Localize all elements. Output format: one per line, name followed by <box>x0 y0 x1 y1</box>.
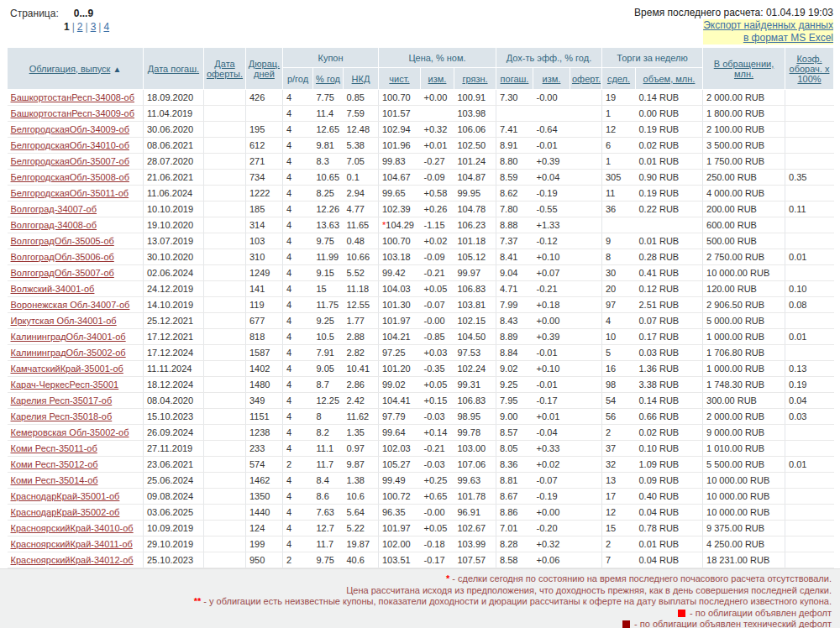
column-header-coupon-rate[interactable]: % год <box>313 68 344 90</box>
column-header-deals-label[interactable]: сдел. <box>607 74 630 84</box>
bond-name-link[interactable]: Иркутская Обл-34001-об <box>11 316 117 326</box>
bond-name-link[interactable]: КалининградОбл-35002-об <box>11 348 126 358</box>
bond-name-link[interactable]: БашкортостанРесп-34008-об <box>11 92 135 102</box>
bond-name-link[interactable]: БелгородскаяОбл-35011-об <box>11 188 129 198</box>
column-header-outstanding[interactable]: В обращении, млн. <box>703 48 785 90</box>
price-clean-cell: 99.49 <box>379 473 421 489</box>
coupon-frequency-cell: 4 <box>283 313 313 329</box>
turnover-cell: 0.01 <box>785 457 834 473</box>
bond-name-link[interactable]: БелгородскаяОбл-34010-об <box>11 140 129 150</box>
bond-name-link[interactable]: Коми Респ-35012-об <box>11 459 98 469</box>
coupon-rate-cell: 8.4 <box>313 473 344 489</box>
column-header-coupon-rate-label[interactable]: % год <box>316 74 340 84</box>
bond-name-link[interactable]: Волжский-34001-об <box>11 284 95 294</box>
pagination-page-link-2[interactable]: 2 <box>77 21 83 33</box>
column-header-volume[interactable]: объем, млн. <box>636 68 703 90</box>
offer-date-cell <box>204 441 246 457</box>
price-change-cell <box>421 106 454 122</box>
pagination-separator: | <box>86 21 88 33</box>
offer-date-cell <box>204 505 246 521</box>
export-excel-link[interactable]: Экспорт найденных данныхв формат MS Exce… <box>703 19 833 44</box>
column-header-maturity-date[interactable]: Дата погаш. <box>144 48 204 90</box>
bond-name-link[interactable]: Карелия Респ-35018-об <box>11 411 113 421</box>
coupon-rate-cell: 8.7 <box>313 377 344 393</box>
bond-name-link[interactable]: ВолгоградОбл-35005-об <box>11 236 114 246</box>
column-header-price-clean[interactable]: чист. <box>379 68 421 90</box>
bond-name-link[interactable]: Кемеровская Обл-35002-об <box>11 427 129 437</box>
column-header-deals[interactable]: сдел. <box>602 68 636 90</box>
price-change-cell: +0.00 <box>421 90 454 106</box>
maturity-date-cell: 25.10.2023 <box>144 552 204 568</box>
price-change-cell: -0.17 <box>421 552 454 568</box>
bond-name-link[interactable]: КалининградОбл-34001-об <box>11 332 126 342</box>
deals-cell: 32 <box>602 457 636 473</box>
bond-link: ВолгоградОбл-35005-об <box>8 233 144 249</box>
bond-name-link[interactable]: ВолгоградОбл-35006-об <box>11 252 114 262</box>
table-row: БашкортостанРесп-34008-об18.09.202042647… <box>8 90 834 106</box>
column-header-price-change[interactable]: изм. <box>421 68 454 90</box>
column-header-nkd-label[interactable]: НКД <box>352 74 370 84</box>
volume-cell: 0.22 RUB <box>636 201 703 217</box>
yield-maturity-cell: 8.81 <box>496 473 533 489</box>
coupon-rate-cell: 10.5 <box>313 329 344 345</box>
bond-name-link[interactable]: Волгоград-34008-об <box>11 220 97 230</box>
column-group-coupon-label: Купон <box>318 53 343 63</box>
bond-name-link[interactable]: БашкортостанРесп-34009-об <box>11 108 135 118</box>
column-header-maturity-label[interactable]: Дата погаш. <box>148 64 199 74</box>
column-header-offer-date[interactable]: Дата оферты. <box>204 48 246 90</box>
bond-name-link[interactable]: Коми Респ-35014-об <box>11 475 98 485</box>
bond-name-link[interactable]: БелгородскаяОбл-34009-об <box>11 124 129 134</box>
bond-name-link[interactable]: КрасноярскийКрай-34012-об <box>11 555 134 565</box>
bond-name-link[interactable]: Воронежская Обл-34007-об <box>11 300 130 310</box>
column-header-price-dirty-label[interactable]: грязн. <box>462 74 487 84</box>
offer-date-cell <box>204 409 246 425</box>
price-clean-cell: 102.39 <box>379 201 421 217</box>
price-dirty-cell: 100.91 <box>454 90 496 106</box>
turnover-cell <box>785 90 834 106</box>
column-header-volume-label[interactable]: объем, млн. <box>643 74 696 84</box>
duration-cell: 141 <box>246 281 283 297</box>
price-clean-cell: 101.97 <box>379 521 421 536</box>
bond-name-link[interactable]: БелгородскаяОбл-35007-об <box>11 156 129 166</box>
column-header-price-change-label[interactable]: изм. <box>428 74 447 84</box>
column-header-price-clean-label[interactable]: чист. <box>389 74 409 84</box>
coupon-frequency-cell: 4 <box>283 505 313 521</box>
bond-link: БашкортостанРесп-34008-об <box>8 90 144 106</box>
bond-name-link[interactable]: Волгоград-34007-об <box>11 204 97 214</box>
bond-name-link[interactable]: КрасноярскийКрай-34010-об <box>11 523 134 533</box>
column-header-bond-label[interactable]: Облигация, выпуск <box>29 64 111 74</box>
column-header-duration-label[interactable]: Дюрац. дней <box>249 59 280 79</box>
column-header-coupon-frequency-label: р/год <box>287 74 308 84</box>
bond-name-link[interactable]: Карач-ЧеркесРесп-35001 <box>11 379 119 390</box>
bond-name-link[interactable]: КамчатскийКрай-35001-об <box>11 364 123 374</box>
column-header-duration[interactable]: Дюрац. дней <box>246 48 283 90</box>
bond-name-link[interactable]: Карелия Респ-35017-об <box>11 395 113 406</box>
bond-name-link[interactable]: КрасноярскийКрай-34011-об <box>11 539 133 549</box>
column-header-yield-offer-label[interactable]: оферт. <box>572 74 601 84</box>
bond-name-link[interactable]: ВолгоградОбл-35007-об <box>11 268 114 278</box>
volume-cell: 0.40 RUB <box>636 489 703 505</box>
pagination-page-link-4[interactable]: 4 <box>103 21 109 33</box>
column-header-turnover-label[interactable]: Коэф. оборач. х 100% <box>790 54 830 84</box>
column-header-yield-offer[interactable]: оферт. <box>570 68 602 90</box>
column-header-nkd[interactable]: НКД <box>344 68 379 90</box>
deals-cell <box>602 217 636 233</box>
bond-name-link[interactable]: БелгородскаяОбл-35008-об <box>11 172 129 182</box>
column-header-bond[interactable]: Облигация, выпуск ▲ <box>8 48 144 90</box>
column-header-offer-label[interactable]: Дата оферты. <box>207 59 243 79</box>
column-header-yield-change[interactable]: изм. <box>533 68 570 90</box>
bond-name-link[interactable]: Коми Респ-35011-об <box>11 443 97 453</box>
pagination-page-link-3[interactable]: 3 <box>91 21 97 33</box>
deals-cell: 7 <box>602 552 636 568</box>
coupon-frequency-cell: 4 <box>283 329 313 345</box>
column-header-yield-change-label[interactable]: изм. <box>543 74 561 84</box>
column-header-outstanding-label[interactable]: В обращении, млн. <box>714 59 774 79</box>
bond-name-link[interactable]: КраснодарКрай-35002-об <box>11 507 120 517</box>
outstanding-cell: 200.00 RUB <box>703 201 785 217</box>
column-header-price-dirty[interactable]: грязн. <box>454 68 496 90</box>
column-header-yield-maturity[interactable]: погаш. <box>496 68 533 90</box>
column-header-yield-maturity-label[interactable]: погаш. <box>501 74 529 84</box>
footnote-line: * - сделки сегодня по состоянию на время… <box>0 573 832 585</box>
bond-name-link[interactable]: КраснодарКрай-35001-об <box>11 491 120 501</box>
column-header-turnover[interactable]: Коэф. оборач. х 100% <box>785 48 834 90</box>
